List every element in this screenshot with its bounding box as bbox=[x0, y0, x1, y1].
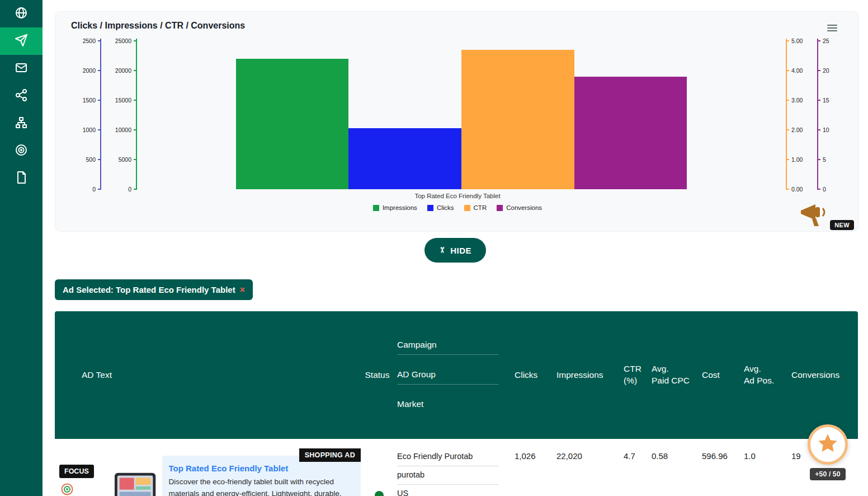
sidebar bbox=[0, 0, 43, 496]
legend-label: Impressions bbox=[383, 204, 417, 211]
globe-icon bbox=[15, 6, 28, 22]
counter-badge: +50 / 50 bbox=[810, 468, 846, 480]
ad-group-value: purotab bbox=[397, 466, 499, 485]
chart-legend: ImpressionsClicksCTRConversions bbox=[71, 204, 844, 211]
tick-label: 2000 bbox=[83, 67, 96, 74]
multi-axis-bar-chart: 05001000150020002500 0500010000150002000… bbox=[71, 41, 844, 189]
focus-target-icon[interactable] bbox=[60, 483, 74, 496]
tick-label: 3.00 bbox=[791, 97, 803, 104]
col-header-ad-text: AD Text bbox=[55, 367, 361, 383]
tick-label: 0 bbox=[823, 186, 826, 193]
tick-label: 5.00 bbox=[791, 38, 803, 44]
legend-swatch bbox=[464, 205, 470, 211]
send-icon bbox=[15, 34, 28, 49]
sidebar-item-campaigns[interactable] bbox=[0, 27, 43, 55]
ad-title-link[interactable]: Top Rated Eco Friendly Tablet bbox=[169, 464, 352, 473]
legend-swatch bbox=[427, 205, 433, 211]
y-axis-conversions: 0510152025 bbox=[817, 41, 844, 189]
legend-item-conversions[interactable]: Conversions bbox=[497, 204, 542, 211]
ad-description: Discover the eco-friendly tablet built w… bbox=[169, 476, 352, 496]
chart-title: Clicks / Impressions / CTR / Conversions bbox=[71, 21, 245, 31]
tick-label: 2.00 bbox=[791, 127, 803, 133]
avg-paid-cpc-value: 0.58 bbox=[652, 439, 702, 496]
col-header-conversions: Conversions bbox=[791, 367, 858, 383]
bar-conversions bbox=[574, 77, 687, 189]
col-header-impressions: Impressions bbox=[556, 367, 624, 383]
tick-label: 1000 bbox=[83, 127, 96, 133]
hamburger-menu-icon[interactable] bbox=[827, 23, 837, 33]
avg-ad-pos-value: 1.0 bbox=[744, 439, 791, 496]
tick-label: 5000 bbox=[119, 156, 131, 163]
y-axis-ctr: 0.001.002.003.004.005.00 bbox=[786, 41, 817, 189]
ad-preview-card: SHOPPING AD Top Rated Eco Friendly Table… bbox=[162, 456, 361, 496]
main-content: Clicks / Impressions / CTR / Conversions… bbox=[43, 0, 868, 496]
new-badge: NEW bbox=[830, 220, 854, 230]
sidebar-item-globe[interactable] bbox=[0, 0, 43, 27]
market-value: US bbox=[397, 485, 499, 496]
tick-label: 4.00 bbox=[791, 67, 803, 74]
bar-ctr bbox=[461, 50, 574, 189]
legend-label: Conversions bbox=[506, 204, 542, 211]
y-axis-clicks: 05001000150020002500 bbox=[71, 41, 101, 189]
rating-widget: +50 / 50 bbox=[808, 424, 848, 480]
tick-label: 25000 bbox=[115, 38, 131, 44]
col-header-ctr: CTR (%) bbox=[624, 361, 652, 389]
legend-item-impressions[interactable]: Impressions bbox=[373, 204, 417, 211]
megaphone-icon bbox=[799, 219, 830, 229]
share-icon bbox=[15, 88, 28, 104]
tick-label: 20 bbox=[823, 67, 829, 74]
col-header-avg-ad-pos: Avg. Ad Pos. bbox=[744, 361, 791, 389]
x-axis-label: Top Rated Eco Friendly Tablet bbox=[71, 193, 844, 199]
sidebar-item-share[interactable] bbox=[0, 82, 43, 110]
tick-label: 15 bbox=[823, 97, 829, 104]
legend-item-clicks[interactable]: Clicks bbox=[427, 204, 454, 211]
tick-label: 5 bbox=[823, 156, 826, 163]
col-header-avg-paid-cpc: Avg. Paid CPC bbox=[652, 361, 702, 389]
legend-swatch bbox=[373, 205, 379, 211]
ad-selected-label: Ad Selected: Top Rated Eco Friendly Tabl… bbox=[63, 285, 235, 294]
ad-selected-chip: Ad Selected: Top Rated Eco Friendly Tabl… bbox=[55, 279, 253, 300]
product-image bbox=[100, 469, 159, 496]
tick-label: 20000 bbox=[115, 67, 131, 74]
document-icon bbox=[15, 171, 28, 186]
tick-label: 1500 bbox=[83, 97, 96, 104]
mail-icon bbox=[15, 61, 28, 77]
legend-item-ctr[interactable]: CTR bbox=[464, 204, 487, 211]
chart-plot-area bbox=[139, 41, 784, 189]
bar-impressions bbox=[236, 59, 349, 189]
cost-value: 596.96 bbox=[702, 439, 744, 496]
col-header-clicks: Clicks bbox=[515, 367, 556, 383]
sidebar-item-mail[interactable] bbox=[0, 55, 43, 82]
clicks-value: 1,026 bbox=[515, 439, 556, 496]
sidebar-item-documents[interactable] bbox=[0, 165, 43, 192]
scissors-icon: ✂ bbox=[438, 247, 447, 254]
col-header-status: Status bbox=[361, 367, 397, 383]
ads-table: AD Text Status Campaign AD Group Market … bbox=[55, 311, 858, 496]
sitemap-icon bbox=[15, 116, 28, 132]
chart-card: Clicks / Impressions / CTR / Conversions… bbox=[55, 11, 859, 232]
table-header-row: AD Text Status Campaign AD Group Market … bbox=[55, 311, 858, 439]
tick-label: 0.00 bbox=[791, 186, 803, 193]
shopping-ad-badge: SHOPPING AD bbox=[299, 448, 361, 462]
sidebar-item-target[interactable] bbox=[0, 137, 43, 165]
tick-label: 25 bbox=[823, 38, 829, 44]
tick-label: 2500 bbox=[83, 38, 96, 44]
legend-label: Clicks bbox=[437, 204, 454, 211]
star-icon bbox=[817, 432, 839, 457]
tick-label: 0 bbox=[128, 186, 131, 193]
table-row[interactable]: FOCUS ✎ bbox=[55, 439, 858, 496]
sidebar-item-hierarchy[interactable] bbox=[0, 110, 43, 137]
tick-label: 1.00 bbox=[791, 156, 803, 163]
col-header-cost: Cost bbox=[702, 367, 744, 383]
ctr-value: 4.7 bbox=[624, 439, 652, 496]
tick-label: 10000 bbox=[115, 127, 131, 133]
star-button[interactable] bbox=[808, 424, 848, 465]
ad-text-cell: FOCUS ✎ bbox=[55, 439, 361, 496]
announcement-button[interactable]: NEW bbox=[799, 203, 854, 230]
tick-label: 15000 bbox=[115, 97, 131, 104]
tick-label: 10 bbox=[823, 127, 829, 133]
close-icon[interactable]: × bbox=[240, 286, 245, 294]
col-header-ad-group: AD Group bbox=[397, 367, 499, 385]
hide-button[interactable]: ✂ HIDE bbox=[424, 238, 486, 263]
col-header-market: Market bbox=[397, 396, 499, 414]
